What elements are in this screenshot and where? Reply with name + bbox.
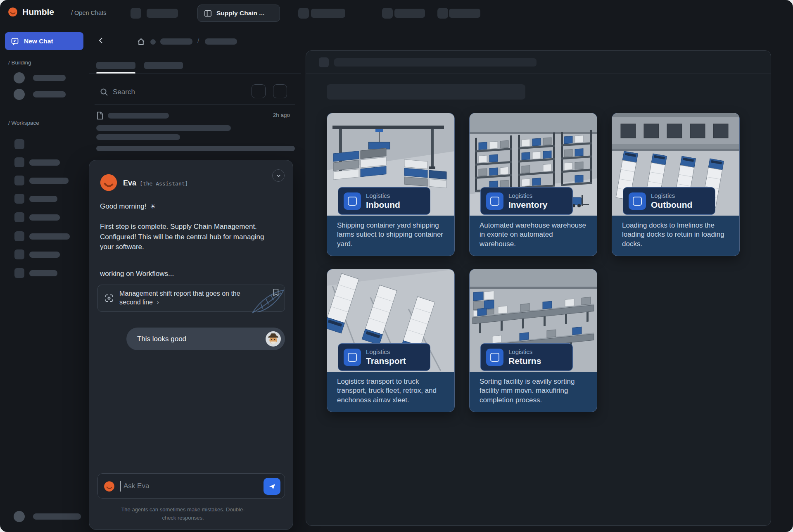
avatar[interactable] [14, 72, 25, 83]
card-inventory[interactable]: Logistics Inventory Automated warehouse … [469, 113, 597, 256]
card-description: Automated warehouse warehouse in exonte … [470, 216, 597, 256]
report-card-text: Management shift report that goes on the… [119, 290, 251, 307]
card-label-box: Logistics Returns [480, 343, 573, 371]
placeholder-bar[interactable] [29, 196, 57, 202]
card-label-box: Logistics Transport [338, 343, 430, 371]
scan-icon [104, 294, 114, 303]
app-window: Humble / Open Chats Supply Chain ... New… [0, 0, 793, 532]
search-icon [100, 88, 109, 97]
breadcrumb-open-chats[interactable]: / Open Chats [71, 10, 106, 16]
home-icon[interactable] [137, 37, 145, 46]
placeholder-bar[interactable] [33, 91, 66, 97]
workspace-item-icon[interactable] [14, 157, 24, 167]
chevron-down-icon [275, 173, 282, 179]
placeholder-bar[interactable] [29, 159, 60, 166]
card-description: Logistics transport to truck transport, … [327, 372, 454, 412]
window-icon [204, 10, 212, 17]
breadcrumb-placeholder[interactable] [205, 38, 237, 45]
workspace-item-icon[interactable] [14, 194, 24, 204]
placeholder-bar[interactable] [29, 214, 60, 221]
ask-eva-input[interactable] [123, 474, 256, 498]
sidebar: New Chat / Building / Workspace [0, 26, 89, 532]
panel-header [306, 51, 771, 74]
card-description: Shipping container yard shipping larms s… [327, 216, 454, 256]
document-icon [96, 112, 104, 120]
bookmark-icon[interactable] [272, 288, 280, 297]
logistics-icon [344, 349, 361, 366]
report-card[interactable]: Management shift report that goes on the… [97, 285, 285, 312]
logistics-icon [486, 192, 503, 210]
placeholder-square[interactable] [298, 8, 309, 19]
workspace-item-icon[interactable] [14, 249, 24, 259]
chevron-left-icon [97, 36, 105, 45]
tab-placeholder-active[interactable] [96, 62, 135, 69]
text-line-placeholder [96, 146, 295, 151]
card-category: Logistics [508, 192, 548, 200]
card-outbound[interactable]: Logistics Outbound Loading docks to lmel… [612, 113, 740, 256]
card-title: Returns [508, 356, 541, 366]
card-label-box: Logistics Outbound [623, 187, 715, 215]
card-description: Loading docks to lmelinos the loading do… [612, 216, 739, 256]
assistant-message: First step is complete. Supply Chain Man… [100, 222, 279, 252]
new-chat-button[interactable]: New Chat [5, 32, 83, 50]
user-profile-avatar[interactable] [14, 511, 25, 522]
placeholder-bar[interactable] [29, 252, 60, 258]
placeholder-square[interactable] [437, 8, 448, 19]
send-button[interactable] [264, 478, 280, 495]
chat-panel: Eva [the Assistant] Good morning! ☀ Firs… [89, 160, 293, 530]
collapse-button[interactable] [272, 169, 285, 182]
placeholder-bar[interactable] [33, 75, 66, 81]
placeholder-bar [147, 9, 178, 18]
back-button[interactable] [95, 35, 107, 46]
icon-button-filter[interactable] [252, 84, 266, 98]
text-line-placeholder [96, 134, 180, 140]
avatar[interactable] [14, 89, 25, 100]
placeholder-bar[interactable] [29, 270, 57, 276]
logistics-icon [629, 192, 646, 210]
user-message-bubble: This looks good [126, 328, 285, 350]
disclaimer-text: The agents can sometimes make mistakes. … [117, 506, 249, 522]
placeholder-bar[interactable] [29, 178, 69, 184]
workspace-item-icon[interactable] [14, 212, 24, 222]
feather-decoration [248, 287, 286, 316]
app-logo[interactable]: Humble [7, 7, 54, 17]
breadcrumb-placeholder[interactable] [160, 38, 192, 45]
workspace-item-icon[interactable] [14, 139, 24, 149]
text-caret [120, 481, 121, 492]
card-category: Logistics [366, 348, 406, 356]
send-icon [268, 483, 276, 490]
new-chat-label: New Chat [24, 38, 53, 45]
card-returns[interactable]: Logistics Returns Sorting facility is ea… [469, 269, 597, 412]
chat-column: / 2h ago Eva [the Assista [89, 26, 301, 532]
user-message-text: This looks good [137, 335, 186, 343]
placeholder-square[interactable] [131, 8, 141, 19]
logistics-icon [486, 349, 503, 366]
topbar: Humble / Open Chats Supply Chain ... [0, 0, 793, 26]
placeholder-square[interactable] [382, 8, 393, 19]
document-title-placeholder[interactable] [108, 113, 169, 119]
tab-supply-chain[interactable]: Supply Chain ... [197, 5, 280, 22]
icon-button-sort[interactable] [273, 84, 287, 98]
card-inbound[interactable]: Logistics Inbound Shipping container yar… [327, 113, 455, 256]
assistant-header: Eva [the Assistant] [123, 179, 188, 188]
placeholder-bar[interactable] [29, 233, 70, 240]
card-label-box: Logistics Inventory [480, 187, 573, 215]
logistics-icon [344, 192, 361, 210]
placeholder-bar[interactable] [33, 513, 81, 520]
tab-placeholder[interactable] [144, 62, 183, 69]
card-title: Inventory [508, 200, 548, 210]
workspace-item-icon[interactable] [14, 231, 24, 241]
greeting-message: Good morning! ☀ [100, 202, 279, 212]
placeholder-bar [311, 9, 345, 18]
workspace-item-icon[interactable] [14, 176, 24, 185]
report-card-label: Management shift report that goes on the… [119, 290, 240, 306]
card-transport[interactable]: Logistics Transport Logistics transport … [327, 269, 455, 412]
header-icon-placeholder[interactable] [319, 57, 329, 67]
card-label-box: Logistics Inbound [338, 187, 430, 215]
assistant-role: [the Assistant] [140, 180, 188, 187]
board-panel: Logistics Inbound Shipping container yar… [306, 50, 771, 526]
search-input[interactable] [113, 85, 237, 100]
eva-avatar [100, 173, 118, 192]
humble-logo-icon [7, 7, 18, 17]
workspace-item-icon[interactable] [14, 268, 24, 278]
